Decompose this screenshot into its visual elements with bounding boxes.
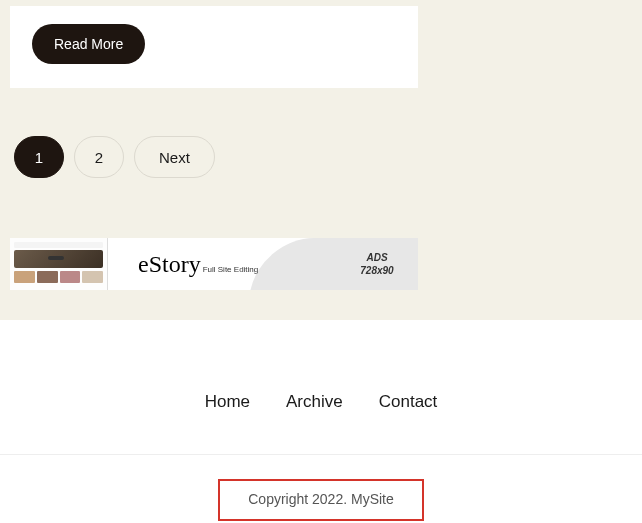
ad-thumbnail: [10, 238, 108, 290]
content-area: Read More 1 2 Next eStoryFull Site Editi…: [0, 6, 642, 320]
ad-label-line1: ADS: [366, 251, 387, 264]
ad-size-label: ADS 728x90: [336, 238, 418, 290]
ad-label-line2: 728x90: [360, 264, 393, 277]
ad-brand-name: eStory: [138, 251, 201, 277]
footer-link-home[interactable]: Home: [205, 392, 250, 412]
pagination: 1 2 Next: [10, 136, 632, 178]
ad-brand-area: eStoryFull Site Editing: [108, 238, 336, 290]
ad-tagline: Full Site Editing: [203, 265, 259, 274]
copyright-bar: Copyright 2022. MySite: [0, 454, 642, 523]
ad-brand-text: eStoryFull Site Editing: [138, 251, 258, 278]
footer-link-contact[interactable]: Contact: [379, 392, 438, 412]
footer-nav: Home Archive Contact: [0, 320, 642, 454]
ad-banner[interactable]: eStoryFull Site Editing ADS 728x90: [10, 238, 418, 290]
read-more-button[interactable]: Read More: [32, 24, 145, 64]
footer-link-archive[interactable]: Archive: [286, 392, 343, 412]
copyright-text: Copyright 2022. MySite: [248, 491, 394, 507]
page-next-button[interactable]: Next: [134, 136, 215, 178]
post-card: Read More: [10, 6, 418, 88]
copyright-highlight-box: Copyright 2022. MySite: [218, 479, 424, 521]
page-1-button[interactable]: 1: [14, 136, 64, 178]
page-2-button[interactable]: 2: [74, 136, 124, 178]
